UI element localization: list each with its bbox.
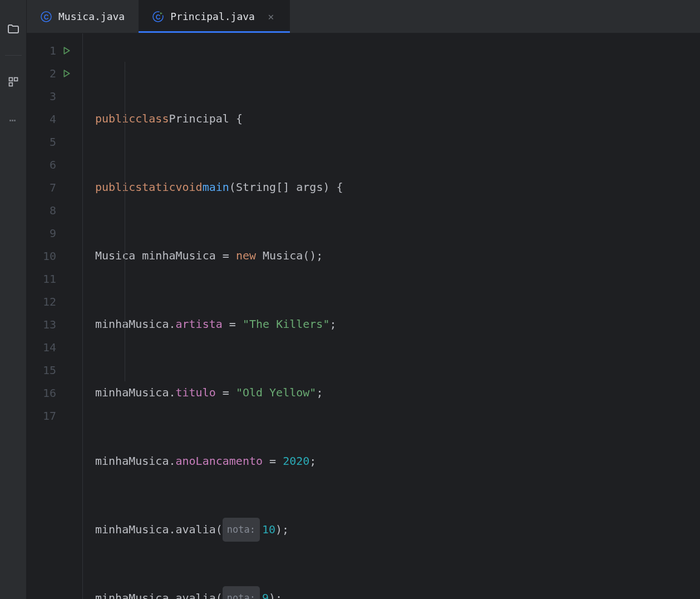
svg-rect-0 (9, 78, 12, 81)
line-number: 9 (41, 227, 56, 240)
line-number: 14 (41, 341, 56, 354)
svg-rect-2 (9, 83, 12, 86)
code-line: minhaMusica.anoLancamento = 2020; (95, 450, 700, 473)
indent-guide (125, 62, 125, 381)
code-line: minhaMusica.avalia( nota: 10); (95, 518, 700, 541)
folder-icon[interactable] (7, 22, 20, 36)
code-line: minhaMusica.titulo = "Old Yellow"; (95, 381, 700, 404)
gutter: 1 2 3 4 5 6 7 8 9 10 11 12 13 14 15 16 1… (27, 33, 83, 599)
tab-label: Musica.java (58, 11, 125, 22)
code-area[interactable]: public class Principal { public static v… (83, 33, 700, 599)
close-icon[interactable]: ✕ (266, 12, 276, 22)
line-number: 16 (41, 386, 56, 400)
line-number: 15 (41, 364, 56, 377)
runnable-class-icon: C (152, 11, 164, 22)
line-number: 8 (41, 204, 56, 217)
class-icon: C (41, 11, 52, 22)
code-line: minhaMusica.artista = "The Killers"; (95, 313, 700, 336)
line-number: 12 (41, 295, 56, 308)
tab-musica[interactable]: C Musica.java (27, 0, 139, 33)
line-number: 1 (41, 44, 56, 57)
line-number: 7 (41, 181, 56, 194)
svg-text:C: C (44, 13, 49, 21)
line-number: 11 (41, 272, 56, 286)
svg-rect-1 (14, 78, 17, 81)
code-line: minhaMusica.avalia( nota: 9); (95, 587, 700, 599)
line-number: 2 (41, 67, 56, 80)
run-icon[interactable] (63, 68, 74, 79)
line-number: 6 (41, 158, 56, 171)
line-number: 5 (41, 135, 56, 149)
parameter-hint: nota: (223, 586, 260, 599)
line-number: 3 (41, 90, 56, 103)
code-line: public static void main(String[] args) { (95, 176, 700, 199)
structure-icon[interactable] (7, 75, 20, 89)
parameter-hint: nota: (223, 518, 260, 542)
line-number: 10 (41, 249, 56, 263)
divider (5, 55, 22, 56)
code-line: public class Principal { (95, 107, 700, 130)
line-number: 17 (41, 409, 56, 423)
editor[interactable]: 1 2 3 4 5 6 7 8 9 10 11 12 13 14 15 16 1… (27, 33, 700, 599)
tab-principal[interactable]: C Principal.java ✕ (139, 0, 290, 33)
line-number: 13 (41, 318, 56, 331)
run-icon[interactable] (63, 45, 74, 56)
code-line: Musica minhaMusica = new Musica(); (95, 244, 700, 267)
line-number: 4 (41, 112, 56, 126)
activity-bar: ⋯ (0, 0, 27, 599)
tab-label: Principal.java (170, 11, 255, 22)
more-icon[interactable]: ⋯ (9, 114, 17, 127)
tab-bar: C Musica.java C Principal.java ✕ (27, 0, 700, 33)
